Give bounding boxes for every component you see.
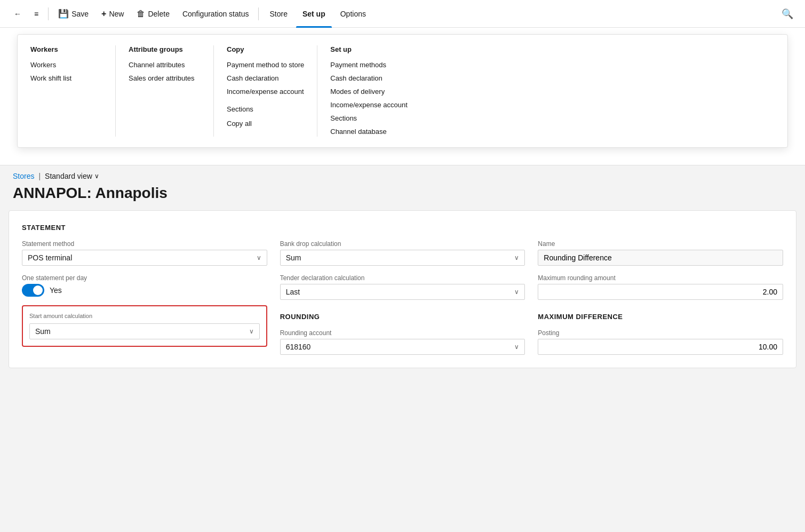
posting-field: Posting — [538, 329, 783, 355]
tab-options-label: Options — [340, 10, 366, 18]
tender-calc-label: Tender declaration calculation — [280, 274, 525, 282]
menu-item-income-expense-copy[interactable]: Income/expense account — [227, 86, 304, 97]
max-difference-subsection: MAXIMUM DIFFERENCE Posting — [538, 313, 783, 355]
menu-item-workers[interactable]: Workers — [30, 60, 102, 70]
delete-icon: 🗑 — [137, 9, 145, 19]
one-per-day-field: One statement per day Yes — [22, 274, 267, 297]
menu-group-setup: Set up Payment methods Cash declaration … — [330, 45, 437, 137]
posting-label: Posting — [538, 329, 783, 337]
menu-item-payment-methods[interactable]: Payment methods — [330, 60, 424, 70]
posting-input[interactable] — [538, 339, 783, 355]
menu-group-workers-title: Workers — [30, 45, 102, 53]
breadcrumb: Stores | Standard view ∨ — [0, 165, 805, 182]
menu-button[interactable]: ≡ — [29, 6, 44, 21]
setup-dropdown-panel: Workers Workers Work shift list Attribut… — [0, 28, 805, 165]
new-icon: + — [101, 9, 106, 19]
main-toolbar: ← ≡ 💾 Save + New 🗑 Delete Configuration … — [0, 0, 805, 28]
one-per-day-label: One statement per day — [22, 274, 267, 282]
menu-item-income-expense-setup[interactable]: Income/expense account — [330, 100, 424, 110]
chevron-down-icon: ∨ — [514, 288, 519, 296]
start-amount-label: Start amount calculation — [29, 313, 260, 319]
tab-setup-label: Set up — [302, 10, 325, 18]
form-col-3: Name Maximum rounding amount MAXIMUM DIF… — [538, 240, 783, 355]
menu-group-copy-title: Copy — [227, 45, 304, 53]
statement-method-select[interactable]: POS terminal ∨ — [22, 250, 267, 266]
start-amount-value: Sum — [35, 327, 51, 336]
new-label: New — [109, 10, 124, 18]
dropdown-menu: Workers Workers Work shift list Attribut… — [17, 34, 788, 148]
delete-label: Delete — [148, 10, 169, 18]
menu-item-copy-all[interactable]: Copy all — [227, 118, 304, 129]
menu-item-channel-attributes[interactable]: Channel attributes — [129, 60, 201, 70]
menu-item-sales-order-attributes[interactable]: Sales order attributes — [129, 73, 201, 83]
start-amount-highlight-box: Start amount calculation Sum ∨ — [22, 305, 267, 347]
rounding-account-field: Rounding account 618160 ∨ — [280, 329, 525, 355]
one-per-day-toggle[interactable] — [22, 284, 44, 297]
rounding-account-label: Rounding account — [280, 329, 525, 337]
form-col-1: Statement method POS terminal ∨ One stat… — [22, 240, 267, 347]
search-icon: 🔍 — [782, 9, 793, 19]
max-rounding-input[interactable] — [538, 284, 783, 300]
menu-item-cash-declaration-copy[interactable]: Cash declaration — [227, 73, 304, 83]
save-label: Save — [71, 10, 89, 18]
rounding-title: ROUNDING — [280, 313, 525, 321]
tab-options[interactable]: Options — [334, 0, 372, 28]
max-rounding-field: Maximum rounding amount — [538, 274, 783, 300]
rounding-account-value: 618160 — [286, 343, 311, 351]
menu-item-sections-setup[interactable]: Sections — [330, 113, 424, 123]
bank-drop-field: Bank drop calculation Sum ∨ — [280, 240, 525, 266]
menu-item-sections-copy[interactable]: Sections — [227, 104, 304, 114]
menu-item-payment-method-to-store[interactable]: Payment method to store — [227, 60, 304, 70]
rounding-subsection: ROUNDING Rounding account 618160 ∨ — [280, 313, 525, 355]
menu-item-modes-of-delivery[interactable]: Modes of delivery — [330, 86, 424, 97]
tab-setup[interactable]: Set up — [296, 0, 332, 28]
max-diff-title: MAXIMUM DIFFERENCE — [538, 313, 783, 321]
start-amount-select[interactable]: Sum ∨ — [29, 323, 260, 339]
tab-store[interactable]: Store — [263, 0, 293, 28]
menu-item-work-shift-list[interactable]: Work shift list — [30, 73, 102, 83]
content-card: STATEMENT Statement method POS terminal … — [9, 210, 796, 368]
statement-section-title: STATEMENT — [22, 224, 783, 232]
name-input[interactable] — [538, 250, 783, 266]
start-amount-field: Start amount calculation Sum ∨ — [29, 313, 260, 339]
one-per-day-toggle-row: Yes — [22, 284, 267, 297]
separator-1 — [48, 7, 49, 20]
statement-method-field: Statement method POS terminal ∨ — [22, 240, 267, 266]
menu-icon: ≡ — [34, 10, 38, 18]
chevron-down-icon: ∨ — [514, 343, 519, 351]
config-status-label: Configuration status — [182, 10, 249, 18]
tab-store-label: Store — [269, 10, 287, 18]
name-label: Name — [538, 240, 783, 248]
max-rounding-label: Maximum rounding amount — [538, 274, 783, 282]
menu-group-setup-title: Set up — [330, 45, 424, 53]
statement-method-label: Statement method — [22, 240, 267, 248]
breadcrumb-view-label: Standard view — [45, 172, 92, 180]
menu-group-workers: Workers Workers Work shift list — [30, 45, 116, 137]
toggle-yes-label: Yes — [50, 286, 62, 295]
tender-calc-field: Tender declaration calculation Last ∨ — [280, 274, 525, 300]
breadcrumb-stores-link[interactable]: Stores — [13, 172, 34, 180]
breadcrumb-separator: | — [38, 172, 41, 180]
back-icon: ← — [14, 10, 21, 18]
menu-group-attribute-groups: Attribute groups Channel attributes Sale… — [129, 45, 214, 137]
tender-calc-value: Last — [286, 288, 300, 296]
menu-item-cash-declaration-setup[interactable]: Cash declaration — [330, 73, 424, 83]
chevron-down-icon: ∨ — [249, 328, 254, 335]
tender-calc-select[interactable]: Last ∨ — [280, 284, 525, 300]
form-col-2: Bank drop calculation Sum ∨ Tender decla… — [280, 240, 525, 355]
rounding-account-select[interactable]: 618160 ∨ — [280, 339, 525, 355]
save-button[interactable]: 💾 Save — [53, 5, 94, 22]
breadcrumb-view-selector[interactable]: Standard view ∨ — [45, 172, 99, 180]
back-button[interactable]: ← — [9, 6, 27, 21]
delete-button[interactable]: 🗑 Delete — [131, 6, 174, 22]
chevron-down-icon: ∨ — [257, 254, 261, 261]
bank-drop-select[interactable]: Sum ∨ — [280, 250, 525, 266]
form-grid: Statement method POS terminal ∨ One stat… — [22, 240, 783, 355]
new-button[interactable]: + New — [96, 6, 129, 22]
chevron-down-icon: ∨ — [94, 172, 99, 180]
search-button[interactable]: 🔍 — [778, 5, 796, 23]
config-status-button[interactable]: Configuration status — [177, 6, 254, 21]
page-title: ANNAPOL: Annapolis — [0, 182, 805, 210]
menu-item-channel-database[interactable]: Channel database — [330, 126, 424, 137]
name-field: Name — [538, 240, 783, 266]
